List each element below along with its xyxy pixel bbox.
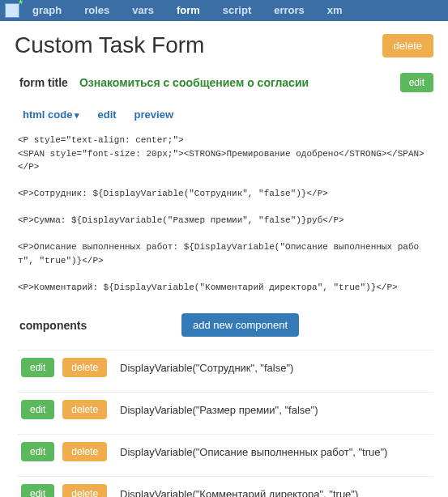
delete-component-button[interactable]: delete <box>62 484 107 497</box>
delete-form-button[interactable]: delete <box>382 34 433 57</box>
tab-script[interactable]: script <box>211 0 262 21</box>
component-row: editdeleteDisplayVariable("Размер премии… <box>18 392 433 427</box>
component-row: editdeleteDisplayVariable("Сотрудник", "… <box>18 350 433 384</box>
delete-component-button[interactable]: delete <box>62 400 107 419</box>
title-row: Custom Task Form delete <box>15 32 433 58</box>
top-tabbar: * graph roles vars form script errors xm <box>0 0 448 21</box>
html-edit-link[interactable]: edit <box>97 108 116 121</box>
html-preview-link[interactable]: preview <box>134 108 173 121</box>
tab-graph[interactable]: graph <box>21 0 73 21</box>
edit-component-button[interactable]: edit <box>21 484 54 497</box>
components-list: editdeleteDisplayVariable("Сотрудник", "… <box>15 350 433 497</box>
delete-component-button[interactable]: delete <box>62 442 107 461</box>
tab-vars[interactable]: vars <box>121 0 165 21</box>
edit-component-button[interactable]: edit <box>21 358 54 377</box>
edit-component-button[interactable]: edit <box>21 442 54 461</box>
page-title: Custom Task Form <box>15 32 204 58</box>
save-icon[interactable]: * <box>3 2 21 19</box>
component-text: DisplayVariable("Описание выполненных ра… <box>120 446 387 458</box>
tab-xml[interactable]: xm <box>316 0 346 21</box>
html-code-dropdown[interactable]: html code <box>23 108 79 121</box>
edit-component-button[interactable]: edit <box>21 400 54 419</box>
html-subnav: html code edit preview <box>15 108 433 121</box>
component-text: DisplayVariable("Размер премии", "false"… <box>120 404 318 416</box>
component-text: DisplayVariable("Комментарий директора",… <box>120 488 358 498</box>
component-text: DisplayVariable("Сотрудник", "false") <box>120 362 293 374</box>
tab-errors[interactable]: errors <box>262 0 316 21</box>
tab-roles[interactable]: roles <box>73 0 121 21</box>
components-label: components <box>19 319 181 332</box>
add-component-button[interactable]: add new component <box>181 313 299 337</box>
delete-component-button[interactable]: delete <box>62 358 107 377</box>
edit-title-button[interactable]: edit <box>400 73 433 92</box>
component-row: editdeleteDisplayVariable("Описание выпо… <box>18 434 433 469</box>
components-header: components add new component <box>19 313 433 337</box>
form-title-value: Ознакомиться с сообщением о согласии <box>79 76 389 89</box>
form-title-row: form title Ознакомиться с сообщением о с… <box>15 73 433 92</box>
page-body: Custom Task Form delete form title Ознак… <box>0 21 448 497</box>
form-title-label: form title <box>19 76 68 89</box>
component-row: editdeleteDisplayVariable("Комментарий д… <box>18 476 433 497</box>
tab-form[interactable]: form <box>165 0 211 21</box>
html-code-block: <P style="text-align: center;"> <SPAN st… <box>15 132 433 297</box>
